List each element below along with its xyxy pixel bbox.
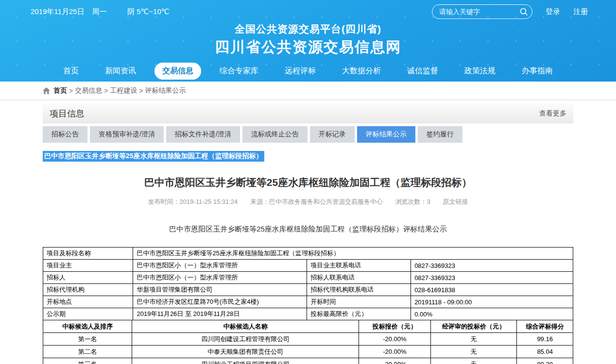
main-nav: 首页 新闻资讯 交易信息 综合专家库 远程评标 大数据分析 诚信监督 政策法规 … xyxy=(0,63,616,80)
topbar: 2019年11月25日 周一 阴 5℃~10℃ 登录 注册 xyxy=(0,0,616,19)
breadcrumb-separator: > xyxy=(104,87,108,95)
tab-document-addendum[interactable]: 招标文件补遗/澄清 xyxy=(166,126,240,143)
candidate-name: 四川同创建设工程管理有限公司 xyxy=(132,333,359,346)
table-row: 公示期 2019年11月26日 至 2019年11月28日 投标最高限价（元） … xyxy=(43,308,573,320)
original-link[interactable]: 原文链接 xyxy=(443,198,468,205)
view-more-link[interactable]: 查看更多 xyxy=(539,109,566,118)
info-label: 公示期 xyxy=(43,308,133,320)
candidate-score: 85.04 xyxy=(517,346,573,358)
table-row: 开标地点 巴中市经济开发区红星路70号(市民之家4楼) 开标时间 2019111… xyxy=(43,296,573,308)
candidate-bid-price: -20.00% xyxy=(359,346,430,358)
breadcrumb-separator: > xyxy=(69,87,73,95)
candidate-rank: 第一名 xyxy=(43,333,132,346)
project-info-table: 项目及标段名称 巴中市恩阳区玉井乡断垭等25座水库枢纽除险加固工程（监理标段招标… xyxy=(43,247,573,320)
table-row: 第一名 四川同创建设工程管理有限公司 -20.00% 无 99.16 xyxy=(43,333,573,346)
section-bar: 项目信息 查看更多 xyxy=(43,104,573,123)
table-row: 第二名 中泰天顺集团有限责任公司 -20.00% 无 85.04 xyxy=(43,346,573,358)
article-source: 来源：巴中市政务服务和公共资源交易服务中心 xyxy=(250,198,383,205)
candidate-bid-price: -20.00% xyxy=(359,333,430,346)
search-box[interactable] xyxy=(432,4,532,19)
info-label: 开标时间 xyxy=(307,296,411,308)
candidate-rank: 第二名 xyxy=(43,346,132,358)
info-label: 开标地点 xyxy=(43,296,133,308)
info-value: 0.00% xyxy=(411,308,573,320)
search-input[interactable] xyxy=(433,8,519,16)
candidate-evaluated-price: 无 xyxy=(430,333,517,346)
tab-failure-termination[interactable]: 流标或终止公告 xyxy=(242,126,308,143)
table-row: 招标人 巴中市恩阳区小（一）型水库管理所 招标人联系电话 0827-336932… xyxy=(43,272,573,284)
table-row: 招标代理机构 华新项目管理集团有限公司 招标代理机构联系电话 028-61691… xyxy=(43,284,573,296)
tab-bid-opening-record[interactable]: 开标记录 xyxy=(310,126,355,143)
site-name: 四川省公共资源交易信息网 xyxy=(0,37,616,57)
candidate-score: 99.16 xyxy=(517,333,573,346)
col-header-name: 中标候选人名称 xyxy=(132,320,359,333)
info-label: 招标代理机构 xyxy=(43,284,133,296)
info-label: 招标代理机构联系电话 xyxy=(307,284,411,296)
candidate-bid-price: -20.00% xyxy=(359,358,430,364)
nav-item-trade-info[interactable]: 交易信息 xyxy=(154,63,201,80)
main-content: 项目信息 查看更多 招标公告 资格预审补遗/澄清 招标文件补遗/澄清 流标或终止… xyxy=(43,104,573,364)
article-subtitle: 巴中市恩阳区玉井乡断垭等25座水库枢纽除险加固工程（监理标段招标）评标结果公示 xyxy=(43,225,573,234)
nav-item-news[interactable]: 新闻资讯 xyxy=(97,63,144,80)
view-count: 浏览次数：3 xyxy=(395,198,430,205)
candidate-evaluated-price: 无 xyxy=(430,346,517,358)
nav-item-expert-pool[interactable]: 综合专家库 xyxy=(212,63,266,80)
col-header-evaluated-price: 经评审的投标价（元） xyxy=(430,320,517,333)
weekday-text: 周一 xyxy=(92,7,107,16)
table-row: 项目业主 巴中市恩阳区小（一）型水库管理所 项目业主联系电话 0827-3369… xyxy=(43,260,573,272)
nav-item-home[interactable]: 首页 xyxy=(55,63,86,80)
tab-evaluation-result[interactable]: 评标结果公示 xyxy=(357,126,415,143)
info-value: 巴中市经济开发区红星路70号(市民之家4楼) xyxy=(133,296,307,308)
info-label: 投标最高限价（元） xyxy=(307,308,411,320)
site-brand: 全国公共资源交易平台(四川省) 四川省公共资源交易信息网 xyxy=(0,22,616,57)
login-link[interactable]: 登录 xyxy=(546,7,560,17)
info-label: 招标人联系电话 xyxy=(307,272,411,284)
info-label: 招标人 xyxy=(43,272,133,284)
platform-name: 全国公共资源交易平台(四川省) xyxy=(0,22,616,36)
col-header-rank: 中标候选人及排序 xyxy=(43,320,132,333)
article-meta: 发布时间：2019-11-25 15:31:24 来源：巴中市政务服务和公共资源… xyxy=(43,198,573,206)
tab-prequalification-addendum[interactable]: 资格预审补遗/澄清 xyxy=(90,126,164,143)
tab-tender-announcement[interactable]: 招标公告 xyxy=(43,126,87,143)
breadcrumb: 首页 > 交易信息 > 工程建设 > 评标结果公示 xyxy=(43,82,573,99)
nav-item-guide[interactable]: 办事指南 xyxy=(514,63,561,80)
breadcrumb-home[interactable]: 首页 xyxy=(53,86,67,95)
info-value: 巴中市恩阳区小（一）型水库管理所 xyxy=(133,272,307,284)
search-icon[interactable] xyxy=(519,7,528,16)
candidate-name: 中泰天顺集团有限责任公司 xyxy=(132,346,359,358)
info-label: 项目业主联系电话 xyxy=(307,260,411,272)
home-icon xyxy=(43,87,50,94)
nav-item-integrity[interactable]: 诚信监督 xyxy=(399,63,446,80)
nav-item-policy[interactable]: 政策法规 xyxy=(457,63,503,80)
candidate-name: 四川兢业工程项目管理有限公司 xyxy=(132,358,359,364)
info-value: 0827-3369323 xyxy=(411,260,573,272)
info-label: 项目业主 xyxy=(43,260,133,272)
article-title: 巴中市恩阳区玉井乡断垭等25座水库枢纽除险加固工程（监理标段招标） xyxy=(43,176,573,189)
date-text: 2019年11月25日 xyxy=(31,7,85,16)
col-header-score: 综合评标得分 xyxy=(517,320,573,333)
project-link-highlighted[interactable]: 巴中市恩阳区玉井乡断垭等25座水库枢纽除险加固工程（监理标段招标） xyxy=(43,151,264,162)
nav-item-big-data[interactable]: 大数据分析 xyxy=(334,63,389,80)
breadcrumb-result-publicity[interactable]: 评标结果公示 xyxy=(145,86,186,95)
info-value: 巴中市恩阳区玉井乡断垭等25座水库枢纽除险加固工程（监理标段招标） xyxy=(133,248,573,260)
tab-contract-performance[interactable]: 签约履行 xyxy=(418,126,462,143)
candidates-table: 中标候选人及排序 中标候选人名称 投标报价（元） 经评审的投标价（元） 综合评标… xyxy=(43,320,573,364)
publish-time: 发布时间：2019-11-25 15:31:24 xyxy=(148,198,238,205)
nav-item-remote-evaluation[interactable]: 远程评标 xyxy=(277,63,324,80)
date-weather: 2019年11月25日 周一 阴 5℃~10℃ xyxy=(31,7,175,17)
table-row: 项目及标段名称 巴中市恩阳区玉井乡断垭等25座水库枢纽除险加固工程（监理标段招标… xyxy=(43,248,573,260)
info-value: 20191118 - 09:00:00 xyxy=(411,296,573,308)
candidate-evaluated-price: 无 xyxy=(430,358,517,364)
weather-text: 阴 5℃~10℃ xyxy=(127,7,170,16)
info-value: 2019年11月26日 至 2019年11月28日 xyxy=(133,308,307,320)
breadcrumb-construction[interactable]: 工程建设 xyxy=(110,86,137,95)
info-value: 0827-3369323 xyxy=(411,272,573,284)
col-header-bid-price: 投标报价（元） xyxy=(359,320,430,333)
table-row: 第三名 四川兢业工程项目管理有限公司 -20.00% 无 80.20 xyxy=(43,358,573,364)
info-value: 巴中市恩阳区小（一）型水库管理所 xyxy=(133,260,307,272)
site-header: 2019年11月25日 周一 阴 5℃~10℃ 登录 注册 全国公共资源交易平台… xyxy=(0,0,616,82)
breadcrumb-separator: > xyxy=(139,87,143,95)
breadcrumb-bar: 首页 > 交易信息 > 工程建设 > 评标结果公示 xyxy=(0,82,616,100)
register-link[interactable]: 注册 xyxy=(573,7,588,17)
breadcrumb-trade-info[interactable]: 交易信息 xyxy=(75,86,102,95)
